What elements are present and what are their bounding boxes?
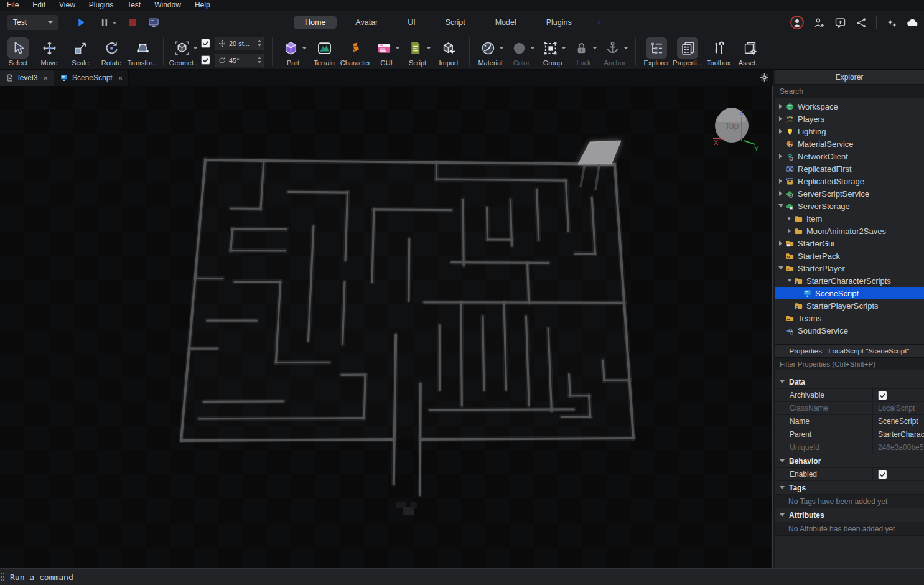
scale-button[interactable]: Scale: [65, 37, 96, 67]
move-snap-stepper[interactable]: [258, 38, 261, 49]
menu-item-edit[interactable]: Edit: [26, 0, 52, 11]
tree-expand-arrow[interactable]: [777, 129, 784, 134]
collaborate-button[interactable]: [813, 16, 826, 29]
tree-expand-arrow[interactable]: [777, 116, 784, 121]
material-dropdown-caret[interactable]: [500, 47, 503, 51]
move-snap-checkbox[interactable]: [201, 39, 210, 48]
tree-expand-arrow[interactable]: [777, 191, 784, 196]
test-mode-select[interactable]: Test: [7, 15, 58, 30]
tree-item-startergui[interactable]: StarterGui: [775, 237, 924, 250]
import-button[interactable]: Import: [433, 37, 464, 67]
rotate-snap-input[interactable]: 45°: [215, 54, 264, 67]
explorer-search-input[interactable]: [775, 85, 924, 98]
close-tab-icon[interactable]: ×: [43, 73, 48, 83]
pause-button-dropdown-caret[interactable]: [113, 22, 116, 26]
properties-filter-input[interactable]: [775, 358, 924, 370]
ribbon-tab-model[interactable]: Model: [484, 16, 528, 29]
tree-item-replicatedfirst[interactable]: ReplicatedFirst: [775, 162, 924, 175]
tree-item-scenescript[interactable]: SceneScript: [775, 287, 924, 299]
move-snap-input[interactable]: 20 st...: [215, 37, 264, 50]
tree-expand-arrow[interactable]: [777, 154, 784, 159]
gui-button[interactable]: GUI: [371, 37, 402, 67]
tree-item-serverscriptservice[interactable]: ServerScriptService: [775, 187, 924, 200]
menu-item-plugins[interactable]: Plugins: [82, 0, 120, 11]
stop-button[interactable]: [126, 16, 139, 29]
command-input[interactable]: [5, 572, 924, 583]
tree-item-serverstorage[interactable]: ServerStorage: [775, 200, 924, 212]
tree-expand-arrow[interactable]: [777, 104, 784, 109]
play-button[interactable]: [75, 16, 87, 29]
tree-expand-arrow[interactable]: [786, 216, 793, 221]
assistant-button[interactable]: [885, 16, 898, 29]
part-button[interactable]: Part: [278, 37, 309, 67]
tree-item-starterplayerscripts[interactable]: StarterPlayerScripts: [775, 299, 924, 312]
tree-expand-arrow[interactable]: [777, 202, 784, 210]
ribbon-tab-home[interactable]: Home: [294, 16, 337, 29]
user-avatar[interactable]: [790, 15, 805, 30]
menu-item-window[interactable]: Window: [147, 0, 188, 11]
ribbon-tab-avatar[interactable]: Avatar: [344, 16, 389, 29]
tree-item-starterpack[interactable]: StarterPack: [775, 250, 924, 262]
terrain-button[interactable]: Terrain: [309, 37, 340, 67]
section-header-behavior[interactable]: Behavior: [775, 454, 924, 468]
section-collapse-arrow[interactable]: [780, 513, 785, 519]
script-button[interactable]: Script: [402, 37, 433, 67]
cloud-sync-button[interactable]: [906, 16, 919, 29]
tree-item-teams[interactable]: Teams: [775, 312, 924, 324]
rotate-button[interactable]: Rotate: [96, 37, 127, 67]
ribbon-tab-plugins[interactable]: Plugins: [535, 16, 583, 29]
tree-expand-arrow[interactable]: [777, 179, 784, 184]
tree-expand-arrow[interactable]: [777, 241, 784, 246]
select-button[interactable]: Select: [2, 37, 34, 67]
pause-button[interactable]: [98, 16, 111, 29]
doc-tab-scenescript[interactable]: SceneScript×: [54, 70, 129, 86]
tree-item-lighting[interactable]: Lighting: [775, 125, 924, 138]
tree-item-startercharacterscripts[interactable]: StarterCharacterScripts: [775, 274, 924, 287]
geomet-button[interactable]: Geomet...: [169, 37, 200, 67]
property-value[interactable]: StarterCharacterScripts: [873, 428, 924, 441]
viewport-settings-gear-icon[interactable]: [759, 72, 770, 83]
feedback-button[interactable]: [834, 16, 847, 29]
properti-button[interactable]: Properti...: [672, 37, 703, 67]
material-button[interactable]: Material: [475, 37, 506, 67]
section-header-attributes[interactable]: Attributes: [775, 508, 924, 522]
group-dropdown-caret[interactable]: [562, 47, 566, 51]
section-header-tags[interactable]: Tags: [775, 481, 924, 495]
tree-item-replicatedstorage[interactable]: ReplicatedStorage: [775, 175, 924, 187]
view-orientation-gizmo[interactable]: Top Z X Y: [713, 108, 759, 152]
script-dropdown-caret[interactable]: [427, 47, 431, 51]
share-button[interactable]: [855, 16, 868, 29]
3d-viewport[interactable]: Top Z X Y: [0, 86, 773, 568]
tree-expand-arrow[interactable]: [777, 264, 784, 272]
menu-item-test[interactable]: Test: [120, 0, 147, 11]
property-value[interactable]: 246e3a00be596: [873, 441, 924, 454]
section-header-data[interactable]: Data: [775, 375, 924, 389]
part-dropdown-caret[interactable]: [302, 47, 306, 51]
section-collapse-arrow[interactable]: [780, 459, 785, 465]
section-collapse-arrow[interactable]: [780, 380, 785, 386]
tree-expand-arrow[interactable]: [786, 277, 793, 284]
ribbon-tab-script[interactable]: Script: [434, 16, 477, 29]
property-value[interactable]: SceneScript: [873, 415, 924, 428]
menu-item-help[interactable]: Help: [188, 0, 217, 11]
enabled-checkbox[interactable]: [878, 470, 887, 479]
rotate-snap-checkbox[interactable]: [201, 55, 210, 65]
transfor-button[interactable]: Transfor...: [127, 37, 158, 67]
test-device-button[interactable]: [147, 16, 160, 29]
move-button[interactable]: Move: [34, 37, 65, 67]
menu-item-view[interactable]: View: [52, 0, 82, 11]
menu-item-file[interactable]: File: [0, 0, 26, 11]
tree-item-players[interactable]: Players: [775, 113, 924, 125]
character-button[interactable]: Character: [340, 37, 371, 67]
geomet-dropdown-caret[interactable]: [194, 47, 197, 51]
tree-item-starterplayer[interactable]: StarterPlayer: [775, 262, 924, 274]
close-tab-icon[interactable]: ×: [118, 73, 123, 83]
gui-dropdown-caret[interactable]: [396, 47, 399, 51]
toolbox-button[interactable]: Toolbox: [703, 37, 734, 67]
rotate-snap-stepper[interactable]: [258, 55, 261, 65]
ribbon-tab-ui[interactable]: UI: [396, 16, 427, 29]
tree-expand-arrow[interactable]: [786, 228, 793, 233]
tree-item-workspace[interactable]: Workspace: [775, 100, 924, 113]
tree-item-item[interactable]: Item: [775, 212, 924, 225]
explorer-button[interactable]: Explorer: [641, 37, 672, 67]
